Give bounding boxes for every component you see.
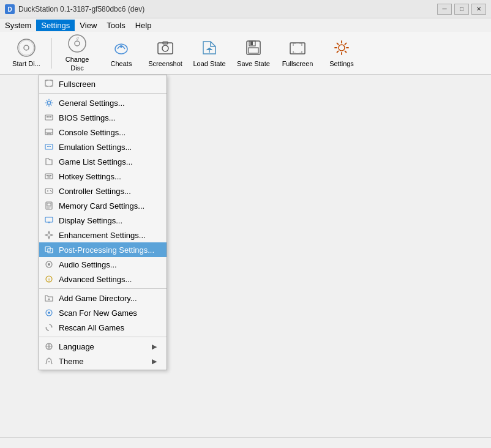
memory-card-icon (44, 201, 54, 211)
svg-rect-34 (48, 177, 51, 178)
svg-point-38 (50, 190, 51, 192)
sep-1 (39, 93, 167, 94)
menu-item-audio-settings[interactable]: Audio Settings... (39, 257, 167, 272)
app-icon: D (5, 4, 15, 14)
hotkey-settings-label: Hotkey Settings... (59, 172, 157, 181)
menu-bar: System Settings View Tools Help (0, 18, 491, 32)
svg-rect-41 (47, 203, 51, 206)
scan-new-games-icon (44, 308, 54, 318)
settings-toolbar-icon (332, 38, 351, 58)
general-settings-label: General Settings... (59, 99, 157, 108)
svg-rect-32 (48, 175, 50, 176)
audio-settings-label: Audio Settings... (59, 260, 157, 269)
menu-item-rescan-all-games[interactable]: Rescan All Games (39, 320, 167, 335)
console-settings-label: Console Settings... (59, 128, 157, 137)
window-controls: ─ □ ✕ (437, 4, 486, 15)
svg-rect-25 (50, 116, 51, 118)
menu-item-display-settings[interactable]: Display Settings... (39, 213, 167, 228)
window-title: DuckStation 0.1-3187-gf580dbc6 (dev) (18, 5, 144, 13)
svg-rect-31 (47, 175, 48, 176)
toolbar-cheats[interactable]: Cheats (100, 35, 143, 72)
menu-item-scan-new-games[interactable]: Scan For New Games (39, 305, 167, 320)
menu-item-hotkey-settings[interactable]: Hotkey Settings... (39, 169, 167, 184)
toolbar-load-state[interactable]: Load State (188, 35, 231, 72)
svg-point-11 (162, 45, 168, 51)
menu-item-controller-settings[interactable]: Controller Settings... (39, 184, 167, 198)
theme-arrow: ▶ (152, 357, 157, 365)
fullscreen-menu-label: Fullscreen (59, 80, 157, 89)
svg-point-4 (19, 40, 34, 55)
menu-help[interactable]: Help (130, 20, 157, 31)
start-disc-icon (17, 38, 36, 58)
theme-label: Theme (59, 357, 147, 366)
add-game-dir-icon (44, 293, 54, 303)
menu-view[interactable]: View (75, 20, 102, 31)
menu-item-bios-settings[interactable]: BIOS Settings... (39, 110, 167, 125)
emulation-settings-icon (44, 142, 54, 152)
menu-tools[interactable]: Tools (102, 20, 130, 31)
menu-item-game-list-settings[interactable]: Game List Settings... (39, 154, 167, 169)
menu-item-language[interactable]: Language ▶ (39, 339, 167, 354)
bios-settings-icon (44, 113, 54, 122)
advanced-settings-label: Advanced Settings... (59, 275, 157, 284)
svg-point-39 (51, 191, 52, 192)
sep-3 (39, 337, 167, 337)
audio-settings-icon (44, 259, 54, 269)
menu-item-emulation-settings[interactable]: Emulation Settings... (39, 140, 167, 154)
change-disc-icon: ↺ (67, 34, 87, 53)
toolbar-start-disc[interactable]: Start Di... (5, 35, 48, 72)
change-disc-label: Change Disc (59, 56, 96, 72)
menu-settings[interactable]: Settings (36, 20, 75, 31)
sep-2 (39, 288, 167, 289)
start-disc-label: Start Di... (12, 60, 40, 68)
rescan-all-games-label: Rescan All Games (59, 323, 157, 332)
console-settings-icon (44, 127, 54, 137)
svg-rect-16 (249, 48, 258, 53)
close-button[interactable]: ✕ (471, 4, 486, 15)
menu-item-general-settings[interactable]: General Settings... (39, 95, 167, 110)
svg-text:!: ! (48, 277, 50, 283)
svg-text:↺: ↺ (76, 37, 79, 40)
load-state-icon (200, 38, 219, 58)
cheats-label: Cheats (111, 60, 132, 68)
menu-item-advanced-settings[interactable]: ! Advanced Settings... (39, 272, 167, 286)
menu-item-enhancement-settings[interactable]: Enhancement Settings... (39, 228, 167, 242)
svg-rect-18 (290, 43, 305, 54)
toolbar-fullscreen[interactable]: Fullscreen (276, 35, 319, 72)
svg-point-3 (24, 45, 29, 50)
post-processing-label: Post-Processing Settings... (59, 245, 157, 255)
svg-rect-33 (50, 175, 51, 176)
menu-item-console-settings[interactable]: Console Settings... (39, 125, 167, 140)
menu-item-post-processing[interactable]: Post-Processing Settings... (39, 242, 167, 257)
enhancement-settings-label: Enhancement Settings... (59, 231, 157, 240)
controller-settings-label: Controller Settings... (59, 187, 157, 196)
toolbar-change-disc[interactable]: ↺ Change Disc (56, 35, 99, 72)
game-list-icon (44, 157, 54, 166)
menu-item-memory-card-settings[interactable]: Memory Card Settings... (39, 198, 167, 213)
hotkey-settings-icon (44, 171, 54, 181)
display-settings-icon (44, 215, 54, 225)
load-state-label: Load State (193, 60, 225, 68)
svg-text:D: D (7, 6, 12, 13)
menu-item-theme[interactable]: Theme ▶ (39, 354, 167, 368)
toolbar-settings[interactable]: Settings (320, 35, 363, 72)
settings-toolbar-label: Settings (329, 60, 354, 68)
emulation-settings-label: Emulation Settings... (59, 143, 157, 152)
bios-settings-label: BIOS Settings... (59, 113, 157, 122)
toolbar-sep-1 (51, 38, 52, 69)
menu-item-add-game-directory[interactable]: Add Game Directory... (39, 291, 167, 305)
svg-point-19 (339, 45, 345, 51)
menu-item-fullscreen[interactable]: Fullscreen (39, 77, 167, 91)
enhancement-settings-icon (44, 230, 54, 240)
screenshot-icon (156, 38, 175, 58)
toolbar-screenshot[interactable]: Screenshot (144, 35, 187, 72)
rescan-all-games-icon (44, 323, 54, 332)
toolbar-save-state[interactable]: Save State (232, 35, 275, 72)
menu-system[interactable]: System (0, 20, 36, 31)
maximize-button[interactable]: □ (454, 4, 469, 15)
language-arrow: ▶ (152, 343, 157, 351)
theme-icon (44, 356, 54, 366)
minimize-button[interactable]: ─ (437, 4, 452, 15)
svg-point-2 (18, 39, 35, 56)
svg-point-9 (120, 45, 122, 48)
